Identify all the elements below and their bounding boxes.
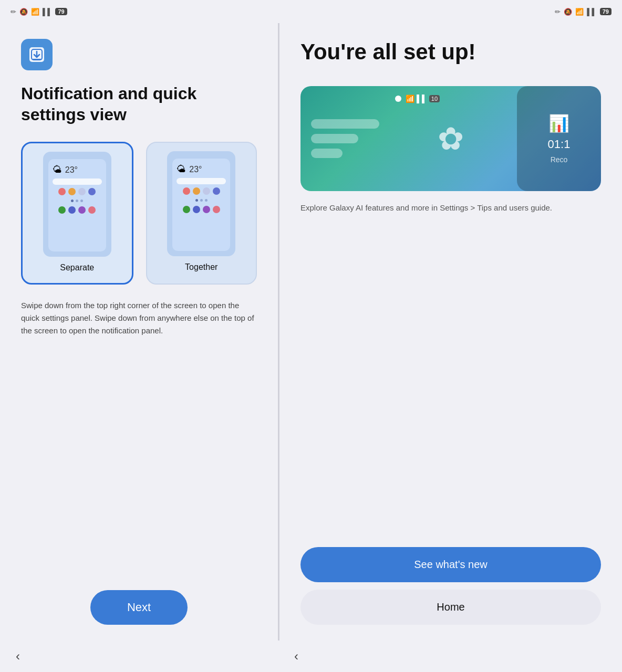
banner-description: Explore Galaxy AI features and more in S… [300,202,601,214]
app-dot [68,188,76,195]
wifi-icon-left: 📶 [31,8,39,16]
card-label-together: Together [185,262,217,272]
banner-battery: 10 [429,95,440,102]
app-dots-separate-row2 [53,206,102,214]
page-dots-separate [53,200,102,202]
app-dot [203,206,210,213]
banner-signal-icon: ▌▌ [417,94,427,103]
app-dot [183,187,190,195]
status-bar: ✏ 🔕 📶 ▌▌ 79 ✏ 🔕 📶 ▌▌ 79 [0,0,622,23]
search-bar-separate [53,178,102,185]
phone-screen-inner-separate: 🌤 23° [48,159,106,251]
app-dot [78,206,86,214]
phone-screen-inner-together: 🌤 23° [172,159,230,251]
weather-row-separate: 🌤 23° [53,164,102,175]
banner-status-area: 📶 ▌▌ 10 [395,94,440,103]
banner-wave [311,134,358,143]
app-dot [193,187,200,195]
weather-icon-together: 🌤 [177,164,186,175]
recorder-time: 01:1 [548,138,571,151]
app-dot [88,206,96,214]
bottom-left: ‹ [0,640,278,672]
app-dot [203,187,210,195]
next-button[interactable]: Next [90,590,188,625]
wifi-icon-right: 📶 [575,8,584,16]
phone-screen-together: 🌤 23° [167,151,235,256]
right-buttons: See what's new Home [300,537,601,625]
fan-icon: ✿ [438,121,464,156]
page-dot [71,200,74,202]
card-label-separate: Separate [60,263,94,272]
app-dot [58,188,66,195]
banner-waves [300,86,395,191]
app-dots-together-row2 [177,206,226,213]
status-bar-right: ✏ 🔕 📶 ▌▌ 79 [555,8,611,16]
left-panel: Notification and quick settings view 🌤 2… [0,23,278,640]
edit-icon-right: ✏ [555,8,561,16]
banner-wave [311,149,343,158]
status-bar-left: ✏ 🔕 📶 ▌▌ 79 [11,8,67,16]
app-dots-together-row1 [177,187,226,195]
app-dot [68,206,76,214]
back-arrow-right[interactable]: ‹ [294,649,298,664]
app-dot [213,187,220,195]
page-dot [76,200,78,202]
right-panel: You're all set up! 📶 ▌▌ 10 ✿ [279,23,622,640]
app-dot [213,206,220,213]
app-dot [193,206,200,213]
banner-status-icons: 📶 ▌▌ 10 [406,94,440,103]
app-dot [58,206,66,214]
page-dots-together [177,199,226,202]
notification-settings-svg [27,45,46,64]
all-set-title: You're all set up! [300,39,601,65]
weather-temp-separate: 23° [65,165,78,175]
signal-icon-right: ▌▌ [587,8,596,16]
panel-title: Notification and quick settings view [21,83,257,125]
battery-right: 79 [600,8,611,15]
signal-icon-left: ▌▌ [43,8,52,16]
app-dot [183,206,190,213]
left-footer: Next [21,573,257,625]
recorder-waveform-icon: 📊 [548,113,569,133]
mute-icon-right: 🔕 [564,8,572,16]
main-content: Notification and quick settings view 🌤 2… [0,23,622,640]
bottom-right: ‹ [278,640,622,672]
see-whats-new-button[interactable]: See what's new [300,547,601,582]
page-dot [80,200,83,202]
search-bar-together [177,178,226,184]
banner-wave [311,119,379,129]
page-dot [195,199,198,202]
weather-temp-together: 23° [189,165,202,174]
app-icon [21,39,53,70]
galaxy-ai-banner: 📶 ▌▌ 10 ✿ 📊 01:1 Reco [300,86,601,191]
phone-card-together[interactable]: 🌤 23° [146,142,257,285]
phone-card-separate[interactable]: 🌤 23° [21,142,133,285]
weather-row-together: 🌤 23° [177,164,226,175]
phone-screen-separate: 🌤 23° [43,152,111,257]
back-arrow-left[interactable]: ‹ [16,649,20,664]
home-button[interactable]: Home [300,590,601,625]
page-dot [205,199,208,202]
banner-fan-center: ✿ [438,120,464,157]
weather-icon-separate: 🌤 [53,164,62,175]
app-dot [78,188,86,195]
banner-status-dot [395,96,401,102]
app-dot [88,188,96,195]
battery-left: 79 [55,8,67,15]
description-text: Swipe down from the top right corner of … [21,299,257,337]
phone-options: 🌤 23° [21,142,257,285]
bottom-row: ‹ ‹ [0,640,622,672]
recorder-label: Reco [551,155,568,164]
mute-icon-left: 🔕 [19,8,28,16]
edit-icon-left: ✏ [11,8,16,16]
app-dots-separate-row1 [53,188,102,195]
banner-wifi-icon: 📶 [406,94,414,103]
page-dot [200,199,203,202]
banner-recorder: 📊 01:1 Reco [517,86,601,191]
